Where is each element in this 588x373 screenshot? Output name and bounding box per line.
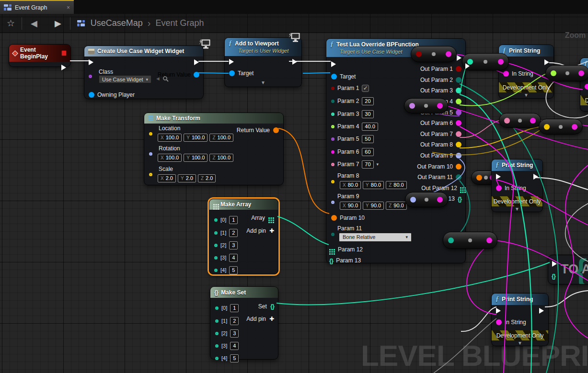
param12-array-pin-icon[interactable] — [329, 249, 331, 250]
float-pin[interactable] — [551, 70, 556, 76]
collapse-node-icon[interactable]: ▼ — [524, 92, 529, 98]
rotation-y[interactable]: Y100.0 — [184, 154, 208, 162]
location-x[interactable]: X100.0 — [158, 134, 182, 142]
string-pin[interactable] — [437, 103, 443, 109]
breadcrumb-root[interactable]: UseCaseMap — [91, 18, 143, 28]
pill-node-int[interactable] — [462, 53, 509, 70]
exec-in-pin[interactable] — [331, 61, 336, 67]
string-pin[interactable] — [437, 197, 443, 203]
array-elem0-value[interactable]: 1 — [229, 216, 238, 224]
bool-pin[interactable] — [416, 51, 422, 57]
out-param1-pin[interactable] — [456, 66, 461, 72]
node-print-string-2[interactable]: ƒ Print String In String Development Onl… — [491, 159, 543, 212]
node-header[interactable]: ƒ Print String — [499, 45, 553, 57]
location-y[interactable]: Y100.0 — [184, 134, 208, 142]
exec-in-pin[interactable] — [496, 308, 501, 314]
string-pin[interactable] — [530, 118, 536, 124]
exec-in-pin[interactable] — [229, 59, 234, 65]
set-elem2-pin[interactable] — [215, 332, 219, 335]
collapse-node-icon[interactable]: ▼ — [261, 80, 265, 85]
string-pin[interactable] — [572, 124, 577, 130]
vector-pin[interactable] — [544, 124, 550, 130]
node-print-string-3[interactable]: ƒ Print String In String Development Onl… — [491, 293, 549, 346]
nav-forward-icon[interactable]: ▶ — [46, 18, 70, 29]
param6-value[interactable]: 60 — [362, 148, 373, 156]
purple-pin[interactable] — [409, 103, 415, 109]
add-pin-button[interactable]: Add pin ✚ — [246, 227, 274, 234]
class-pin[interactable] — [89, 75, 92, 78]
breadcrumb-current[interactable]: Event Graph — [155, 18, 204, 28]
exec-out-pin[interactable] — [539, 308, 544, 314]
in-string-pin[interactable] — [503, 71, 509, 77]
node-make-transform[interactable]: Make Transform Return Value Location X10… — [144, 113, 284, 185]
location-pin[interactable] — [149, 132, 152, 136]
set-elem4-pin[interactable] — [215, 357, 219, 360]
set-elem2-value[interactable]: 3 — [230, 329, 239, 338]
out-param12-array-pin-icon[interactable] — [460, 187, 461, 189]
param7-pin[interactable] — [331, 163, 334, 166]
param4-pin[interactable] — [331, 125, 334, 128]
return-value-pin[interactable] — [273, 127, 279, 133]
in-string-pin[interactable] — [585, 84, 588, 90]
pill-node-bool[interactable] — [411, 46, 457, 62]
class-dropdown[interactable]: Use Case Widget ▾ — [99, 75, 151, 83]
node-test-lua-override[interactable]: ƒ Test Lua Override BPFunction Target is… — [326, 38, 466, 263]
teal-pin[interactable] — [448, 237, 454, 243]
out-param13-set-pin-icon[interactable]: {} — [458, 195, 461, 203]
out-param2-pin[interactable] — [456, 77, 461, 83]
collapse-node-icon[interactable]: ▼ — [515, 206, 519, 212]
return-value-pin[interactable] — [194, 72, 199, 78]
param3-value[interactable]: 30 — [362, 110, 373, 118]
pill-node-teal[interactable] — [443, 232, 497, 249]
array-elem4-value[interactable]: 5 — [229, 266, 238, 274]
out-param4-pin[interactable] — [456, 99, 461, 104]
set-output-pin-icon[interactable]: {} — [270, 303, 274, 310]
exec-out-pin[interactable] — [292, 59, 297, 65]
node-make-set[interactable]: {} Make Set [0]1 [1]2 [2]3 [3]4 [4]5 Set… — [210, 286, 278, 360]
set-elem0-pin[interactable] — [215, 306, 219, 310]
tab-event-graph[interactable]: Event Graph × — [0, 0, 74, 14]
param5-pin[interactable] — [331, 137, 334, 141]
node-header[interactable]: ƒ Print String — [492, 294, 548, 305]
exec-pin[interactable] — [465, 63, 470, 69]
param7-value[interactable]: 70 — [362, 160, 373, 169]
collapse-node-icon[interactable]: ▼ — [518, 340, 522, 346]
param6-pin[interactable] — [331, 150, 334, 154]
param5-value[interactable]: 50 — [362, 135, 373, 143]
target-pin[interactable] — [229, 70, 235, 76]
node-event-beginplay[interactable]: Event BeginPlay — [9, 44, 71, 67]
array-elem4-pin[interactable] — [214, 269, 218, 272]
in-string-pin[interactable] — [496, 319, 502, 325]
location-z[interactable]: Z100.0 — [209, 134, 233, 142]
param13-set-pin-icon[interactable]: {} — [329, 257, 333, 264]
array-elem1-value[interactable]: 2 — [229, 229, 238, 237]
exec-in-pin[interactable] — [552, 261, 557, 267]
owning-player-pin[interactable] — [89, 92, 94, 98]
pill-node-rotator[interactable] — [405, 192, 448, 207]
out-param11-pin[interactable] — [456, 174, 461, 180]
param8-pin[interactable] — [331, 180, 334, 183]
string-pin[interactable] — [446, 51, 451, 57]
set-elem4-value[interactable]: 5 — [230, 354, 239, 362]
pill-node-vector[interactable] — [539, 119, 583, 135]
out-param9-pin[interactable] — [456, 153, 461, 158]
exec-out-pin[interactable] — [544, 59, 549, 65]
out-param7-pin[interactable] — [456, 131, 461, 137]
exec-in-pin[interactable] — [89, 59, 93, 65]
array-elem3-pin[interactable] — [214, 256, 218, 260]
node-create-widget[interactable]: Create Use Case Widget Widget Class Use … — [84, 45, 204, 99]
param1-pin[interactable] — [331, 87, 334, 90]
node-header[interactable]: ƒ Print String — [492, 159, 542, 171]
param11-pin[interactable] — [331, 233, 334, 236]
exec-out-pin[interactable] — [457, 55, 461, 61]
graph-canvas[interactable]: ☆ ◀ ▶ UseCaseMap › Event Graph Zoom -1 L… — [0, 14, 588, 373]
rotator-pin[interactable] — [410, 197, 416, 203]
out-param8-pin[interactable] — [456, 142, 461, 147]
set-elem1-value[interactable]: 2 — [230, 317, 239, 325]
set-elem3-pin[interactable] — [215, 344, 219, 348]
nav-back-icon[interactable]: ◀ — [22, 18, 46, 29]
transform-pin[interactable] — [476, 175, 482, 181]
node-header[interactable]: Make Transform — [144, 113, 283, 124]
string-pin[interactable] — [498, 59, 504, 65]
array-elem2-pin[interactable] — [214, 244, 218, 247]
